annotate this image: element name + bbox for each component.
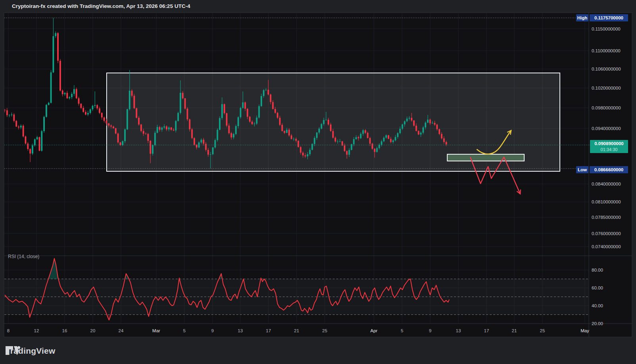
high-label-badge: High [576, 14, 588, 21]
time-axis-label: 17 [266, 328, 271, 333]
time-axis-label: 8 [7, 328, 10, 333]
rsi-axis-label: 80.00 [592, 268, 603, 272]
price-axis-label: 0.1150000000 [592, 27, 621, 31]
time-axis-label: 9 [429, 328, 431, 333]
rsi-axis-label: 60.00 [592, 285, 603, 290]
time-axis-label: 16 [62, 328, 67, 333]
last-price-value: 0.0908900000 [590, 140, 628, 147]
price-axis-label: 0.1100000000 [592, 48, 621, 53]
price-axis-label: 0.0740000000 [592, 244, 621, 249]
last-price-badge: 0.0908900000 01:34:30 [590, 140, 628, 153]
time-axis-label: 9 [211, 328, 214, 333]
price-axis-label: 0.0810000000 [592, 199, 621, 204]
tradingview-logo-icon [6, 346, 20, 355]
rsi-axis-label: 20.00 [592, 321, 603, 326]
time-axis-label: 21 [512, 328, 517, 333]
time-axis-label: Apr [370, 328, 377, 333]
low-label-badge: Low [576, 166, 588, 173]
price-axis-label: 0.0840000000 [592, 182, 621, 186]
price-axis-label: 0.0940000000 [592, 126, 621, 131]
time-axis-label: 24 [119, 328, 124, 333]
chart-canvas[interactable] [0, 0, 636, 364]
time-axis-label: 13 [238, 328, 243, 333]
time-axis-label: 13 [456, 328, 461, 333]
time-axis-label: 5 [183, 328, 186, 333]
price-axis-label: 0.0980000000 [592, 105, 621, 110]
price-axis-label: 0.0785000000 [592, 215, 621, 220]
time-axis-label: 5 [401, 328, 403, 333]
time-axis-label: 20 [90, 328, 96, 333]
time-axis-label: 25 [540, 328, 545, 333]
time-axis-label: May [580, 328, 589, 333]
low-value-badge: 0.0866600000 [590, 166, 628, 173]
tradingview-logo[interactable]: TradingView [6, 346, 56, 356]
time-axis-label: 17 [484, 328, 489, 333]
candle-countdown: 01:34:30 [590, 147, 628, 152]
time-axis-label: 25 [322, 328, 328, 333]
time-axis-label: 12 [34, 328, 39, 333]
price-axis-label: 0.1020000000 [592, 86, 621, 90]
high-value-badge: 0.1175700000 [590, 14, 628, 21]
time-axis-label: Mar [152, 328, 160, 333]
rsi-indicator-title: RSI (14, close) [8, 254, 39, 259]
tradingview-snapshot: Cryptoiran-fx created with TradingView.c… [0, 0, 636, 364]
price-axis-label: 0.1060000000 [592, 67, 621, 71]
chart-svg[interactable] [0, 0, 636, 364]
time-axis-label: 21 [294, 328, 299, 333]
price-axis-label: 0.0760000000 [592, 231, 621, 236]
rsi-axis-label: 40.00 [592, 303, 603, 308]
